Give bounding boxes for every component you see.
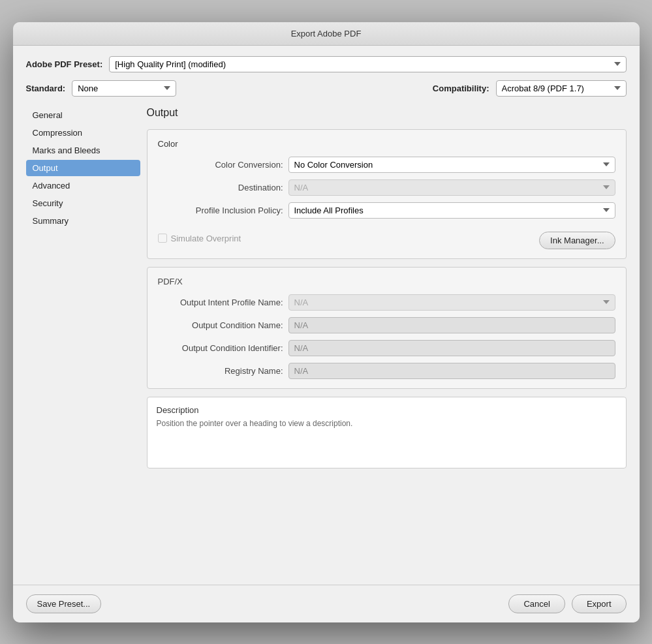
description-section: Description Position the pointer over a … xyxy=(147,397,627,468)
content-panel: Output Color Color Conversion: No Color … xyxy=(147,107,627,574)
pdfx-label: PDF/X xyxy=(158,277,615,286)
bottom-bar: Save Preset... Cancel Export xyxy=(13,585,640,622)
simulate-overprint-row: Simulate Overprint Ink Manager... xyxy=(158,225,615,249)
sidebar-item-summary[interactable]: Summary xyxy=(26,213,140,229)
output-condition-name-row: Output Condition Name: N/A xyxy=(158,317,615,333)
description-title: Description xyxy=(157,405,617,415)
main-area: General Compression Marks and Bleeds Out… xyxy=(26,107,627,574)
preset-select[interactable]: [High Quality Print] (modified) xyxy=(109,56,626,72)
standard-row: Standard: None Compatibility: Acrobat 8/… xyxy=(26,80,627,97)
standard-label: Standard: xyxy=(26,84,66,93)
dialog-title: Export Adobe PDF xyxy=(13,22,640,46)
ink-manager-button[interactable]: Ink Manager... xyxy=(539,232,615,249)
sidebar-item-security[interactable]: Security xyxy=(26,195,140,211)
output-intent-select[interactable]: N/A xyxy=(288,294,615,311)
panel-title: Output xyxy=(147,107,627,119)
output-condition-id-value: N/A xyxy=(288,340,615,356)
simulate-overprint-label: Simulate Overprint xyxy=(171,234,241,243)
cancel-button[interactable]: Cancel xyxy=(508,594,565,613)
compat-label: Compatibility: xyxy=(433,84,489,93)
preset-row: Adobe PDF Preset: [High Quality Print] (… xyxy=(26,56,627,72)
preset-label: Adobe PDF Preset: xyxy=(26,59,103,69)
sidebar-item-compression[interactable]: Compression xyxy=(26,125,140,141)
profile-select[interactable]: Include All Profiles xyxy=(288,202,615,219)
compat-select[interactable]: Acrobat 8/9 (PDF 1.7) xyxy=(496,80,627,97)
sidebar-item-marks-and-bleeds[interactable]: Marks and Bleeds xyxy=(26,142,140,159)
color-conversion-label: Color Conversion: xyxy=(158,160,288,170)
destination-row: Destination: N/A xyxy=(158,179,615,196)
simulate-overprint-group: Simulate Overprint xyxy=(158,234,241,243)
sidebar: General Compression Marks and Bleeds Out… xyxy=(26,107,147,574)
sidebar-item-general[interactable]: General xyxy=(26,107,140,123)
registry-name-value: N/A xyxy=(288,363,615,379)
destination-label: Destination: xyxy=(158,183,288,192)
output-intent-row: Output Intent Profile Name: N/A xyxy=(158,294,615,311)
standard-select[interactable]: None xyxy=(72,80,176,97)
right-buttons: Cancel Export xyxy=(508,594,626,613)
color-conversion-row: Color Conversion: No Color Conversion xyxy=(158,157,615,173)
dialog-content: Adobe PDF Preset: [High Quality Print] (… xyxy=(13,46,640,585)
color-conversion-select[interactable]: No Color Conversion xyxy=(288,157,615,173)
compat-group: Compatibility: Acrobat 8/9 (PDF 1.7) xyxy=(433,80,627,97)
destination-select[interactable]: N/A xyxy=(288,179,615,196)
output-condition-name-value: N/A xyxy=(288,317,615,333)
ink-btn-row: Ink Manager... xyxy=(539,232,615,249)
color-section-label: Color xyxy=(158,139,615,149)
color-section: Color Color Conversion: No Color Convers… xyxy=(147,129,627,259)
profile-row: Profile Inclusion Policy: Include All Pr… xyxy=(158,202,615,219)
simulate-overprint-checkbox[interactable] xyxy=(158,234,167,243)
save-preset-button[interactable]: Save Preset... xyxy=(26,594,102,613)
description-text: Position the pointer over a heading to v… xyxy=(157,419,617,428)
output-condition-id-label: Output Condition Identifier: xyxy=(158,343,288,353)
sidebar-item-advanced[interactable]: Advanced xyxy=(26,177,140,194)
export-button[interactable]: Export xyxy=(572,594,627,613)
title-text: Export Adobe PDF xyxy=(291,29,362,38)
profile-label: Profile Inclusion Policy: xyxy=(158,206,288,215)
output-intent-label: Output Intent Profile Name: xyxy=(158,298,288,307)
sidebar-item-output[interactable]: Output xyxy=(26,160,140,176)
registry-name-row: Registry Name: N/A xyxy=(158,363,615,379)
registry-name-label: Registry Name: xyxy=(158,366,288,376)
export-pdf-dialog: Export Adobe PDF Adobe PDF Preset: [High… xyxy=(13,22,640,622)
output-condition-id-row: Output Condition Identifier: N/A xyxy=(158,340,615,356)
pdfx-section: PDF/X Output Intent Profile Name: N/A Ou… xyxy=(147,267,627,389)
output-condition-name-label: Output Condition Name: xyxy=(158,320,288,330)
